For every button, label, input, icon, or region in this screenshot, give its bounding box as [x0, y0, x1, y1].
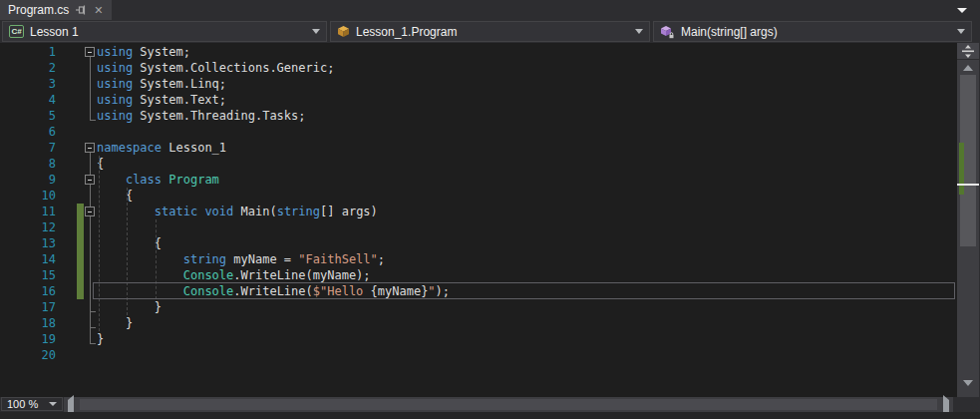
- window-bottom-border: [0, 412, 980, 419]
- code-line[interactable]: 7namespace Lesson_1: [0, 140, 957, 156]
- code-text: }: [97, 299, 162, 315]
- code-editor[interactable]: 1using System;2using System.Collections.…: [0, 43, 957, 397]
- member-dropdown-label: Main(string[] args): [681, 25, 951, 39]
- code-line[interactable]: 17 }: [0, 299, 957, 315]
- member-dropdown[interactable]: Main(string[] args): [653, 21, 972, 42]
- line-number: 9: [0, 172, 56, 188]
- scrollbar-corner: [953, 397, 980, 412]
- pin-icon[interactable]: [74, 4, 87, 17]
- line-number: 1: [0, 44, 56, 60]
- line-number: 18: [0, 315, 56, 331]
- code-line[interactable]: 19}: [0, 331, 957, 347]
- scrollbar-change-marker: [959, 143, 964, 195]
- code-line[interactable]: 1using System;: [0, 44, 957, 60]
- code-line[interactable]: 20: [0, 347, 957, 363]
- line-number: 5: [0, 108, 56, 124]
- code-line[interactable]: 10 {: [0, 188, 957, 204]
- horizontal-scrollbar-thumb[interactable]: [80, 399, 937, 410]
- editor-bottom-bar: 100 %: [0, 397, 980, 412]
- line-number: 12: [0, 219, 56, 235]
- current-line-highlight: [93, 282, 955, 299]
- code-line[interactable]: 15 Console.WriteLine(myName);: [0, 267, 957, 283]
- line-number: 4: [0, 92, 56, 108]
- line-number: 2: [0, 60, 56, 76]
- code-text: namespace Lesson_1: [97, 140, 226, 156]
- type-dropdown-label: Lesson_1.Program: [356, 25, 629, 39]
- line-number: 11: [0, 204, 56, 219]
- code-text: using System.Linq;: [97, 76, 226, 92]
- code-text: using System;: [97, 44, 190, 60]
- code-line[interactable]: 11 static void Main(string[] args): [0, 204, 957, 219]
- code-text: using System.Collections.Generic;: [97, 60, 334, 76]
- indent-guide: [99, 156, 100, 331]
- line-number: 10: [0, 188, 56, 204]
- line-number: 14: [0, 251, 56, 267]
- scroll-down-arrow[interactable]: [957, 377, 979, 389]
- code-line[interactable]: 6: [0, 124, 957, 140]
- chevron-down-icon: [957, 29, 965, 34]
- line-number: 8: [0, 156, 56, 172]
- line-number: 7: [0, 140, 56, 156]
- csharp-project-icon: C#: [9, 25, 24, 38]
- navigation-bar: C# Lesson 1 Lesson_1.Program: [0, 20, 980, 43]
- fold-guide-line: [90, 57, 91, 120]
- fold-guide-end: [90, 120, 96, 121]
- tab-program-cs[interactable]: Program.cs ✕: [0, 0, 112, 20]
- class-icon: [337, 25, 350, 38]
- code-line[interactable]: 9 class Program: [0, 172, 957, 188]
- fold-collapse-box[interactable]: [85, 47, 95, 57]
- code-text: }: [97, 331, 104, 347]
- tab-list-dropdown-icon[interactable]: [957, 8, 967, 13]
- code-line[interactable]: 5using System.Threading.Tasks;: [0, 108, 957, 124]
- line-number: 13: [0, 235, 56, 251]
- code-text: using System.Text;: [97, 92, 226, 108]
- code-line[interactable]: 13 {: [0, 235, 957, 251]
- chevron-down-icon: [312, 29, 320, 34]
- scrollbar-caret-marker: [957, 184, 979, 186]
- project-dropdown-label: Lesson 1: [30, 25, 306, 39]
- fold-guide-end: [90, 311, 96, 312]
- scroll-up-arrow[interactable]: [957, 62, 979, 74]
- chevron-down-icon: [49, 402, 57, 406]
- line-number: 16: [0, 283, 56, 299]
- fold-collapse-box[interactable]: [85, 207, 95, 216]
- type-dropdown[interactable]: Lesson_1.Program: [330, 21, 650, 42]
- vs-editor-window: Program.cs ✕ C# Lesson 1: [0, 0, 980, 419]
- code-line[interactable]: 3using System.Linq;: [0, 76, 957, 92]
- code-text: static void Main(string[] args): [97, 204, 378, 219]
- code-text: }: [97, 315, 133, 331]
- fold-guide-end: [90, 343, 96, 344]
- fold-guide-end: [90, 327, 96, 328]
- line-number: 17: [0, 299, 56, 315]
- tab-strip: Program.cs ✕: [0, 0, 980, 20]
- line-number: 20: [0, 347, 56, 363]
- close-icon[interactable]: ✕: [92, 4, 105, 17]
- code-line[interactable]: 18 }: [0, 315, 957, 331]
- code-text: string myName = "FaithSell";: [97, 251, 385, 267]
- chevron-down-icon: [635, 29, 643, 34]
- fold-collapse-box[interactable]: [85, 175, 95, 185]
- code-text: {: [97, 235, 162, 251]
- code-text: Console.WriteLine(myName);: [97, 267, 371, 283]
- vertical-scrollbar[interactable]: [957, 43, 979, 397]
- code-line[interactable]: 12: [0, 219, 957, 235]
- zoom-level: 100 %: [7, 398, 38, 410]
- code-text: using System.Threading.Tasks;: [97, 108, 306, 124]
- tracked-changes-bar: [77, 204, 84, 299]
- line-number: 6: [0, 124, 56, 140]
- line-number: 15: [0, 267, 56, 283]
- tab-title: Program.cs: [8, 3, 69, 17]
- zoom-selector[interactable]: 100 %: [1, 397, 63, 411]
- splitter-handle-icon[interactable]: [957, 43, 979, 60]
- code-line[interactable]: 2using System.Collections.Generic;: [0, 60, 957, 76]
- line-number: 19: [0, 331, 56, 347]
- code-line[interactable]: 4using System.Text;: [0, 92, 957, 108]
- code-line[interactable]: 14 string myName = "FaithSell";: [0, 251, 957, 267]
- fold-collapse-box[interactable]: [85, 143, 95, 153]
- horizontal-scrollbar[interactable]: [64, 397, 953, 412]
- code-text: class Program: [97, 172, 219, 188]
- project-dropdown[interactable]: C# Lesson 1: [2, 21, 327, 42]
- code-line[interactable]: 8{: [0, 156, 957, 172]
- line-number: 3: [0, 76, 56, 92]
- private-method-icon: [660, 25, 675, 39]
